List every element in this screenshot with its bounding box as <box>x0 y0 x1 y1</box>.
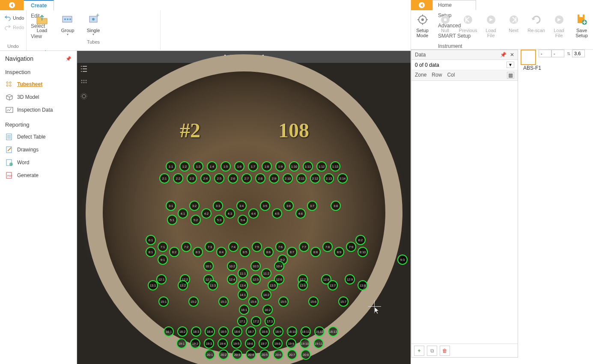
tube-15-3[interactable]: 15:3 <box>218 296 229 307</box>
tube-4-4[interactable]: 4:4 <box>248 208 259 219</box>
tube-18-1[interactable]: 18:1 <box>164 326 174 337</box>
tube-19-6[interactable]: 19:6 <box>245 338 255 349</box>
tube-13-1[interactable]: 13:1 <box>148 280 158 290</box>
nav-item-3d-model[interactable]: 3D Model <box>0 91 77 104</box>
tube-5-4[interactable]: 5:4 <box>238 215 248 225</box>
tube-7-3[interactable]: 7:3 <box>205 242 215 252</box>
tube-7-2[interactable]: 7:2 <box>181 242 191 252</box>
tube-5-3[interactable]: 5:3 <box>214 215 224 225</box>
tube-13-4[interactable]: 13:4 <box>238 280 248 290</box>
tube-4-5[interactable]: 4:5 <box>272 208 282 219</box>
tube-1-5[interactable]: 1:5 <box>221 161 231 172</box>
tube-16-1[interactable]: 16:1 <box>239 305 249 315</box>
tube-19-5[interactable]: 19:5 <box>231 338 241 349</box>
tube-2-4[interactable]: 2:4 <box>200 173 211 183</box>
tube-15-1[interactable]: 15:1 <box>158 296 169 307</box>
tube-19-7[interactable]: 19:7 <box>259 338 269 349</box>
tube-11-1[interactable]: 11:1 <box>238 268 248 278</box>
tube-7-7[interactable]: 7:7 <box>299 242 309 252</box>
value-top[interactable]: - <box>539 50 551 57</box>
tube-2-3[interactable]: 2:3 <box>187 173 197 183</box>
tube-5-1[interactable]: 5:1 <box>167 215 177 225</box>
updown-icon[interactable]: ⇅ <box>567 51 570 56</box>
tube-4-6[interactable]: 4:6 <box>295 208 306 219</box>
tube-13-7[interactable]: 13:7 <box>328 280 338 290</box>
tube-2-5[interactable]: 2:5 <box>214 173 224 183</box>
tube-20-5[interactable]: 20:5 <box>259 349 270 360</box>
tube-16-2[interactable]: 16:2 <box>262 305 273 315</box>
tube-3-2[interactable]: 3:2 <box>189 201 200 211</box>
tube-1-1[interactable]: 1:1 <box>166 161 176 172</box>
tube-18-6[interactable]: 18:6 <box>232 326 242 337</box>
tube-19-4[interactable]: 19:4 <box>218 338 228 349</box>
load-button[interactable]: Load <box>29 11 55 35</box>
app-menu-button[interactable] <box>0 0 24 10</box>
tube-1-8[interactable]: 1:8 <box>262 161 272 172</box>
tab-create[interactable]: Create <box>24 0 54 11</box>
tube-18-11[interactable]: 18:11 <box>301 326 311 337</box>
tube-15-6[interactable]: 15:6 <box>308 296 319 307</box>
tube-20-7[interactable]: 20:7 <box>287 349 297 360</box>
tube-3-1[interactable]: 3:1 <box>166 201 176 211</box>
tube-8-6[interactable]: 8:6 <box>263 247 274 257</box>
tube-7-6[interactable]: 7:6 <box>275 242 286 252</box>
tube-4-3[interactable]: 4:3 <box>225 208 235 219</box>
tube-3-6[interactable]: 3:6 <box>283 201 294 211</box>
tube-15-2[interactable]: 15:2 <box>188 296 199 307</box>
tube-2-2[interactable]: 2:2 <box>173 173 183 183</box>
tube-18-5[interactable]: 18:5 <box>218 326 229 337</box>
tube-8-1[interactable]: 8:1 <box>146 247 156 257</box>
tube-1-3[interactable]: 1:3 <box>193 161 203 172</box>
tube-2-12[interactable]: 2:12 <box>310 173 320 183</box>
grid-icon[interactable] <box>80 78 88 87</box>
tube-19-9[interactable]: 19:9 <box>286 338 296 349</box>
nav-item-drawings[interactable]: Drawings <box>0 143 77 156</box>
tube-13-3[interactable]: 13:3 <box>208 280 218 290</box>
tube-13-8[interactable]: 13:8 <box>358 280 368 290</box>
app-menu-button[interactable] <box>411 0 432 10</box>
close-icon[interactable]: ✕ <box>510 52 514 58</box>
tube-2-13[interactable]: 2:13 <box>324 173 334 183</box>
tube-12-9[interactable]: 12:9 <box>345 274 355 284</box>
tube-18-9[interactable]: 18:9 <box>273 326 283 337</box>
tube-3-4[interactable]: 3:4 <box>236 201 247 211</box>
list-icon[interactable] <box>80 65 88 73</box>
tube-19-3[interactable]: 19:3 <box>204 338 214 349</box>
gear-icon[interactable] <box>80 92 88 101</box>
tube-17-1[interactable]: 17:1 <box>237 316 247 326</box>
redo-button[interactable]: Redo <box>3 23 26 32</box>
setup-mode-button[interactable]: Setup Mode <box>411 10 434 49</box>
nav-item-tubesheet[interactable]: Tubesheet <box>0 78 77 91</box>
tube-2-7[interactable]: 2:7 <box>241 173 252 183</box>
tube-2-6[interactable]: 2:6 <box>228 173 238 183</box>
tube-12-1[interactable]: 12:1 <box>156 274 167 284</box>
tube-18-10[interactable]: 18:10 <box>287 326 297 337</box>
tube-8-8[interactable]: 8:8 <box>310 247 321 257</box>
tube-13-6[interactable]: 13:6 <box>298 280 308 290</box>
tube-11-2[interactable]: 11:2 <box>261 268 271 278</box>
tube-7-4[interactable]: 7:4 <box>228 242 238 252</box>
tube-8-10[interactable]: 8:10 <box>358 247 368 257</box>
tube-4-1[interactable]: 4:1 <box>178 208 188 219</box>
tube-8-5[interactable]: 8:5 <box>240 247 250 257</box>
tube-13-2[interactable]: 13:2 <box>178 280 188 290</box>
column-menu-icon[interactable]: ▦ <box>507 72 514 79</box>
tube-15-5[interactable]: 15:5 <box>278 296 289 307</box>
tube-10-1[interactable]: 10:1 <box>203 261 214 271</box>
tube-9-1[interactable]: 9:1 <box>158 255 168 265</box>
tube-7-5[interactable]: 7:5 <box>252 242 262 252</box>
tube-1-6[interactable]: 1:6 <box>234 161 244 172</box>
tube-18-4[interactable]: 18:4 <box>205 326 215 337</box>
tube-5-2[interactable]: 5:2 <box>191 215 201 225</box>
tube-18-7[interactable]: 18:7 <box>246 326 256 337</box>
tube-1-4[interactable]: 1:4 <box>207 161 217 172</box>
re-scan-button[interactable]: Re-scan <box>525 10 548 49</box>
next-button[interactable]: Next <box>502 10 525 49</box>
tube-17-3[interactable]: 17:3 <box>265 316 275 326</box>
tube-2-10[interactable]: 2:10 <box>283 173 293 183</box>
nav-item-inspection-data[interactable]: Inspection Data <box>0 104 77 116</box>
tube-20-4[interactable]: 20:4 <box>246 349 256 360</box>
tube-7-1[interactable]: 7:1 <box>158 242 168 252</box>
value-bot[interactable]: - <box>551 50 564 57</box>
tube-18-8[interactable]: 18:8 <box>259 326 270 337</box>
